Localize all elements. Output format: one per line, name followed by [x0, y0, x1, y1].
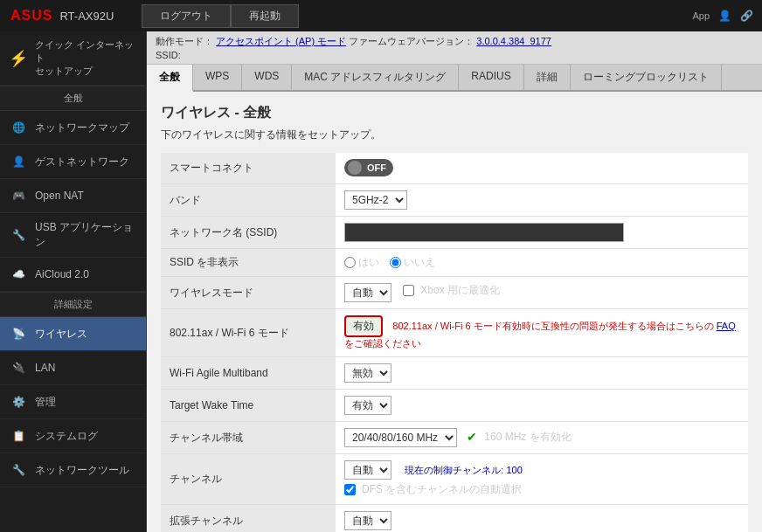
tab-detail[interactable]: 詳細 — [524, 65, 571, 90]
top-right: App 👤 🔗 — [692, 10, 762, 22]
cell-hide-ssid: はい いいえ — [336, 249, 748, 277]
settings-table: スマートコネクト OFF バンド 2.4GHz 5GHz-1 — [161, 153, 748, 532]
share-icon[interactable]: 🔗 — [740, 10, 753, 22]
cell-target-wake: 無効 有効 — [336, 390, 748, 422]
check-icon-green: ✔ — [467, 430, 477, 444]
guest-network-icon: 👤 — [9, 152, 28, 171]
xbox-optimize-checkbox[interactable] — [403, 285, 414, 296]
logo-model: RT-AX92U — [59, 10, 114, 23]
page-title: ワイヤレス - 全般 — [161, 104, 748, 122]
cell-smart-connect: OFF — [336, 153, 748, 184]
label-ext-channel: 拡張チャンネル — [161, 505, 336, 533]
sidebar-label-network-tools: ネットワークツール — [35, 463, 129, 478]
tab-wds[interactable]: WDS — [242, 65, 292, 90]
toggle-smart-connect[interactable]: OFF — [344, 159, 393, 176]
ssid-line: SSID: — [156, 50, 753, 60]
logo: ASUS RT-AX92U — [0, 8, 124, 24]
mode-link[interactable]: アクセスポイント (AP) モード — [216, 36, 346, 46]
sidebar-item-quick-setup[interactable]: ⚡ クイック インターネット セットアップ — [0, 31, 146, 86]
dfs-label: DFS を含むチャンネルの自動選択 — [362, 482, 522, 497]
radio-yes-input[interactable] — [344, 257, 356, 268]
sidebar-item-network-map[interactable]: 🌐 ネットワークマップ — [0, 111, 146, 145]
sidebar-item-usb-app[interactable]: 🔧 USB アプリケーション — [0, 213, 146, 258]
info-80211ax: 802.11ax / Wi-Fi 6 モード有効時に互換性の問題が発生する場合は… — [344, 321, 736, 349]
tab-wps[interactable]: WPS — [193, 65, 242, 90]
row-target-wake: Target Wake Time 無効 有効 — [161, 390, 748, 422]
label-band: バンド — [161, 184, 336, 217]
reboot-button[interactable]: 再起動 — [231, 4, 299, 28]
radio-no[interactable]: いいえ — [390, 255, 435, 270]
sidebar-item-wireless[interactable]: 📡 ワイヤレス — [0, 317, 146, 351]
select-wireless-mode[interactable]: 自動 — [344, 283, 391, 302]
open-nat-icon: 🎮 — [9, 186, 28, 205]
dfs-checkbox[interactable] — [344, 484, 356, 495]
select-ext-channel[interactable]: 自動 — [344, 511, 391, 530]
logout-button[interactable]: ログアウト — [142, 4, 231, 28]
sidebar-item-admin[interactable]: ⚙️ 管理 — [0, 385, 146, 419]
sidebar-item-guest-network[interactable]: 👤 ゲストネットワーク — [0, 145, 146, 179]
main-layout: ⚡ クイック インターネット セットアップ 全般 🌐 ネットワークマップ 👤 ゲ… — [0, 31, 762, 532]
logo-asus: ASUS — [10, 8, 52, 24]
usb-app-icon: 🔧 — [9, 225, 28, 245]
label-channel: チャンネル — [161, 454, 336, 505]
160mhz-checkbox-label[interactable]: ✔ 160 MHz を有効化 — [467, 430, 571, 445]
row-band: バンド 2.4GHz 5GHz-1 5GHz-2 6GHz — [161, 184, 748, 217]
tab-radius[interactable]: RADIUS — [459, 65, 523, 90]
sidebar-item-lan[interactable]: 🔌 LAN — [0, 351, 146, 385]
sidebar-label-wireless: ワイヤレス — [35, 327, 87, 342]
160mhz-label: 160 MHz を有効化 — [484, 430, 571, 445]
select-channel[interactable]: 自動 — [344, 460, 391, 480]
sidebar-item-aicloud[interactable]: ☁️ AiCloud 2.0 — [0, 258, 146, 292]
current-channel-info: 現在の制御チャンネル: 100 — [405, 465, 522, 475]
row-ssid: ネットワーク名 (SSID) — [161, 217, 748, 249]
firmware-version-link[interactable]: 3.0.0.4.384_9177 — [476, 36, 551, 46]
xbox-optimize-label: Xbox 用に最適化 — [420, 283, 500, 298]
select-band[interactable]: 2.4GHz 5GHz-1 5GHz-2 6GHz — [344, 190, 407, 210]
network-tools-icon: 🔧 — [9, 460, 28, 480]
row-hide-ssid: SSID を非表示 はい いいえ — [161, 249, 748, 277]
select-channel-bandwidth[interactable]: 20/40/80/160 MHz — [344, 428, 457, 447]
input-ssid[interactable] — [344, 223, 624, 242]
sidebar-item-network-tools[interactable]: 🔧 ネットワークツール — [0, 453, 146, 487]
row-wifi-agile: Wi-Fi Agile Multiband 無効 有効 — [161, 357, 748, 390]
network-map-icon: 🌐 — [9, 118, 28, 137]
xbox-optimize-checkbox-label[interactable]: Xbox 用に最適化 — [403, 283, 500, 298]
tab-general[interactable]: 全般 — [147, 65, 193, 92]
select-target-wake[interactable]: 無効 有効 — [344, 396, 391, 415]
sidebar-label-guest-network: ゲストネットワーク — [35, 155, 129, 169]
cell-ext-channel: 自動 — [336, 505, 748, 533]
radio-group-hide-ssid: はい いいえ — [344, 255, 739, 270]
row-80211ax: 802.11ax / Wi-Fi 6 モード 有効 802.11ax / Wi-… — [161, 309, 748, 357]
radio-yes[interactable]: はい — [344, 255, 379, 270]
dfs-checkbox-label[interactable]: DFS を含むチャンネルの自動選択 — [344, 482, 522, 497]
faq-link[interactable]: FAQ — [717, 321, 736, 331]
mode-label: 動作モード： — [156, 36, 213, 46]
page-description: 下のワイヤレスに関する情報をセットアップ。 — [161, 128, 748, 142]
row-wireless-mode: ワイヤレスモード 自動 Xbox 用に最適化 — [161, 277, 748, 309]
top-nav: ログアウト 再起動 — [142, 4, 299, 28]
select-wifi-agile[interactable]: 無効 有効 — [344, 363, 391, 383]
quick-setup-label1: クイック インターネット — [35, 38, 137, 65]
tab-mac[interactable]: MAC アドレスフィルタリング — [292, 65, 459, 90]
sidebar-item-open-nat[interactable]: 🎮 Open NAT — [0, 179, 146, 213]
sidebar-label-admin: 管理 — [35, 395, 56, 410]
tab-roaming[interactable]: ローミングブロックリスト — [571, 65, 722, 90]
label-wifi-agile: Wi-Fi Agile Multiband — [161, 357, 336, 390]
toggle-circle — [348, 161, 362, 175]
label-smart-connect: スマートコネクト — [161, 153, 336, 184]
top-bar: ASUS RT-AX92U ログアウト 再起動 App 👤 🔗 — [0, 0, 762, 31]
sidebar-item-syslog[interactable]: 📋 システムログ — [0, 419, 146, 453]
content-header: 動作モード： アクセスポイント (AP) モード ファームウェアバージョン： 3… — [147, 31, 762, 65]
label-target-wake: Target Wake Time — [161, 390, 336, 422]
sidebar: ⚡ クイック インターネット セットアップ 全般 🌐 ネットワークマップ 👤 ゲ… — [0, 31, 147, 532]
page-body: ワイヤレス - 全般 下のワイヤレスに関する情報をセットアップ。 スマートコネク… — [147, 92, 762, 532]
radio-no-input[interactable] — [390, 257, 401, 268]
sidebar-label-aicloud: AiCloud 2.0 — [35, 268, 89, 280]
sidebar-section-general: 全般 — [0, 86, 146, 111]
sidebar-label-syslog: システムログ — [35, 429, 98, 444]
button-80211ax[interactable]: 有効 — [344, 315, 383, 337]
user-icon[interactable]: 👤 — [718, 10, 731, 22]
ssid-label: SSID: — [156, 50, 181, 60]
row-smart-connect: スマートコネクト OFF — [161, 153, 748, 184]
admin-icon: ⚙️ — [9, 392, 28, 411]
